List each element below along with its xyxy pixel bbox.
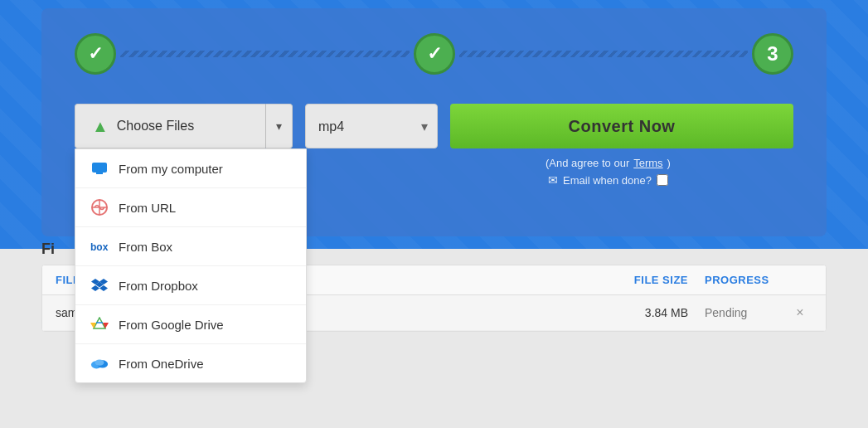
choose-files-wrapper: ▲ Choose Files ▾ From my computer (75, 104, 293, 148)
terms-link[interactable]: Terms (633, 157, 662, 169)
step-line-2 (459, 51, 749, 57)
choose-files-button[interactable]: ▲ Choose Files (75, 104, 265, 148)
choose-files-dropdown: From my computer From URL (75, 148, 307, 383)
step-2-check-icon: ✓ (427, 43, 442, 65)
format-select[interactable]: mp4 mp3 avi mov mkv wmv (305, 104, 438, 148)
col-progress-header: PROGRESS (688, 274, 788, 286)
dropdown-item-computer[interactable]: From my computer (75, 149, 306, 188)
arrow-icon: ▾ (276, 119, 282, 133)
step-3-circle: 3 (752, 33, 793, 75)
gdrive-icon (90, 315, 109, 333)
step-2-circle: ✓ (414, 33, 455, 75)
agree-text: (And agree to our (546, 157, 629, 169)
steps-row: ✓ ✓ 3 (75, 33, 793, 75)
dropdown-item-box[interactable]: box From Box (75, 227, 306, 266)
col-action-header (788, 274, 812, 286)
agree-end: ) (667, 157, 671, 169)
dropdown-item-box-label: From Box (119, 240, 172, 254)
onedrive-icon (90, 354, 109, 372)
col-filesize-header: FILE SIZE (605, 274, 688, 286)
url-icon (90, 198, 109, 216)
dropdown-item-gdrive[interactable]: From Google Drive (75, 305, 306, 344)
step-3-number: 3 (767, 42, 778, 66)
email-icon: ✉ (548, 173, 558, 187)
email-checkbox[interactable] (657, 174, 668, 186)
dropdown-item-gdrive-label: From Google Drive (119, 318, 224, 332)
convert-now-button[interactable]: Convert Now (450, 104, 793, 148)
choose-files-label: Choose Files (117, 119, 194, 134)
step-1-circle: ✓ (75, 33, 116, 75)
row-filesize: 3.84 MB (605, 306, 688, 319)
computer-icon (90, 159, 109, 178)
svg-text:box: box (90, 241, 109, 252)
dropbox-icon (90, 276, 109, 294)
email-label: Email when done? (563, 174, 652, 187)
row-progress: Pending (688, 306, 788, 319)
dropdown-item-url[interactable]: From URL (75, 188, 306, 227)
svg-rect-1 (96, 173, 103, 174)
dropdown-item-dropbox-label: From Dropbox (119, 279, 198, 293)
dropdown-item-onedrive-label: From OneDrive (119, 357, 204, 371)
controls-row: ▲ Choose Files ▾ From my computer (75, 104, 793, 148)
dropdown-item-url-label: From URL (119, 201, 176, 215)
format-select-wrapper: mp4 mp3 avi mov mkv wmv ▾ (305, 104, 438, 148)
choose-files-arrow-button[interactable]: ▾ (265, 104, 293, 148)
dropdown-item-onedrive[interactable]: From OneDrive (75, 344, 306, 382)
dropdown-item-computer-label: From my computer (119, 162, 223, 176)
step-1-check-icon: ✓ (88, 43, 103, 65)
dropdown-item-dropbox[interactable]: From Dropbox (75, 266, 306, 305)
box-icon: box (90, 237, 109, 255)
upload-icon: ▲ (92, 117, 109, 136)
email-row: ✉ Email when done? (423, 173, 793, 187)
step-line-1 (120, 51, 410, 57)
row-close-button[interactable]: × (788, 305, 812, 320)
converter-container: ✓ ✓ 3 ▲ Choose Files ▾ (41, 8, 827, 236)
svg-point-17 (95, 359, 104, 365)
svg-rect-0 (92, 163, 107, 173)
agree-row: (And agree to our Terms ) (423, 157, 793, 169)
